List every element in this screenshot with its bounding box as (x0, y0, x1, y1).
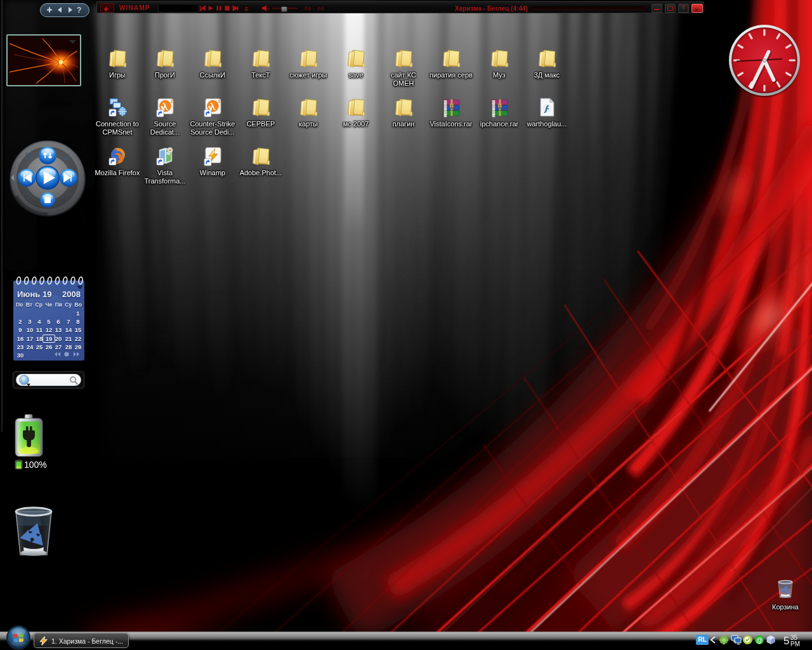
svg-text:@: @ (756, 637, 763, 644)
svg-text:?: ? (77, 6, 81, 15)
